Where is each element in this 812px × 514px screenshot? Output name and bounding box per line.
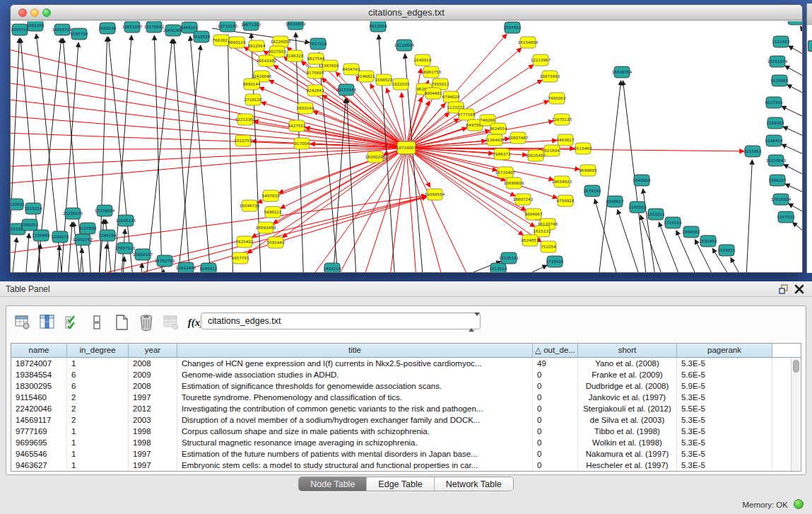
graph-node[interactable]: 18724007 xyxy=(396,141,417,154)
graph-node[interactable]: 9457791 xyxy=(232,252,249,264)
graph-node[interactable]: 14055724 xyxy=(52,24,73,35)
cell-in_degree[interactable]: 6 xyxy=(67,380,129,392)
graph-node[interactable]: 10807487 xyxy=(508,132,529,144)
cell-in_degree[interactable]: 1 xyxy=(67,426,129,437)
table-row[interactable]: 1456911722003Disruption of a novel membe… xyxy=(11,414,801,426)
cell-title[interactable]: Changes of HCN gene expression and I(f) … xyxy=(177,358,533,369)
network-window[interactable]: citations_edges.txt 20557251881306140557… xyxy=(10,4,803,273)
graph-node[interactable]: 7857224 xyxy=(310,38,327,49)
graph-node[interactable]: 6794028 xyxy=(442,91,460,103)
graph-node[interactable]: 18807243 xyxy=(513,194,534,205)
graph-node[interactable]: 9197588 xyxy=(79,223,97,234)
cell-in_degree[interactable]: 1 xyxy=(67,358,129,369)
graph-node[interactable]: 8813054 xyxy=(370,21,387,32)
graph-node[interactable]: 20206576 xyxy=(63,208,83,219)
cell-pagerank[interactable]: 5.3E-5 xyxy=(677,392,772,403)
float-panel-icon[interactable] xyxy=(778,284,789,295)
cell-out_de[interactable]: 0 xyxy=(533,403,578,414)
cell-title[interactable]: Investigating the contribution of common… xyxy=(177,403,533,414)
cell-name[interactable]: 9465546 xyxy=(11,448,67,460)
graph-node[interactable]: 3624554 xyxy=(490,123,507,134)
cell-out_de[interactable]: 49 xyxy=(533,358,578,369)
cell-year[interactable]: 2003 xyxy=(129,414,177,426)
graph-node[interactable]: 10719185 xyxy=(218,21,238,32)
import-table-icon[interactable] xyxy=(162,313,180,332)
cell-pagerank[interactable]: 5.9E-5 xyxy=(677,380,772,392)
graph-node[interactable]: 1513514 xyxy=(490,263,507,273)
cell-out_de[interactable]: 0 xyxy=(533,392,578,403)
graph-node[interactable]: 14671355 xyxy=(241,21,261,30)
graph-node[interactable]: 1733426 xyxy=(546,256,564,267)
column-header-out_de[interactable]: △ out_de... xyxy=(533,344,578,358)
graph-node[interactable]: 7485063 xyxy=(548,93,566,104)
cell-name[interactable]: 14569117 xyxy=(11,414,67,426)
graph-node[interactable]: 7986372 xyxy=(493,148,511,160)
table-settings-icon[interactable] xyxy=(13,313,32,332)
graph-node[interactable]: 18300295 xyxy=(365,151,386,163)
cell-name[interactable]: 9777169 xyxy=(11,426,67,437)
cell-title[interactable]: Embryonic stem cells: a model to study s… xyxy=(177,460,533,471)
graph-node[interactable]: 19384554 xyxy=(425,189,445,200)
table-row[interactable]: 946554611997Estimation of the future num… xyxy=(11,448,801,460)
cell-in_degree[interactable]: 1 xyxy=(67,437,129,448)
tab-network-table[interactable]: Network Table xyxy=(435,477,513,491)
graph-node[interactable]: 9884067 xyxy=(525,209,543,220)
graph-node[interactable]: 12213967 xyxy=(531,54,551,66)
graph-node[interactable]: 16046738 xyxy=(240,200,260,211)
cell-short[interactable]: Franke et al. (2009) xyxy=(578,369,677,380)
graph-node[interactable]: 10653287 xyxy=(122,21,143,33)
graph-node[interactable]: 19654923 xyxy=(552,176,572,187)
graph-node[interactable]: 3215953 xyxy=(744,146,762,157)
cell-title[interactable]: Corpus callosum shape and size in male p… xyxy=(177,426,533,437)
graph-node[interactable]: 1640910 xyxy=(414,54,432,66)
cell-in_degree[interactable]: 2 xyxy=(67,414,129,426)
graph-node[interactable]: 16782759 xyxy=(155,255,175,267)
graph-node[interactable]: 1209383 xyxy=(767,117,784,129)
cell-out_de[interactable]: 0 xyxy=(533,460,578,471)
cell-out_de[interactable]: 0 xyxy=(533,448,578,460)
graph-node[interactable]: 12975135 xyxy=(552,114,572,125)
graph-node[interactable]: 2803144 xyxy=(297,103,314,114)
graph-node[interactable]: 1715133 xyxy=(664,217,682,228)
graph-node[interactable]: 9115460 xyxy=(575,143,592,154)
graph-node[interactable]: 10025458 xyxy=(526,150,546,161)
table-row[interactable]: 2242004622012Investigating the contribut… xyxy=(11,403,801,414)
graph-node[interactable]: 752254 xyxy=(541,241,556,252)
graph-node[interactable]: 9155726 xyxy=(71,28,88,40)
table-row[interactable]: 969969511998Structural magnetic resonanc… xyxy=(11,437,801,448)
column-header-in_degree[interactable]: in_degree xyxy=(67,344,129,358)
graph-node[interactable]: 1112453 xyxy=(772,36,790,47)
cell-in_degree[interactable]: 6 xyxy=(67,369,129,380)
cell-pagerank[interactable]: 5.3E-5 xyxy=(677,358,772,369)
graph-node[interactable]: 2069140 xyxy=(99,23,117,34)
graph-node[interactable]: 12213363 xyxy=(235,114,256,125)
cell-in_degree[interactable]: 2 xyxy=(67,403,129,414)
graph-node[interactable]: 1024501 xyxy=(718,245,736,256)
network-graph[interactable]: 2055725188130614055724915572620691401065… xyxy=(11,21,802,273)
table-row[interactable]: 911546021997Tourette syndrome. Phenomeno… xyxy=(11,392,801,403)
table-network-select[interactable]: citations_edges.txt xyxy=(201,313,481,329)
graph-node[interactable]: 19218596 xyxy=(394,40,415,51)
graph-node[interactable]: 1167533 xyxy=(777,211,795,223)
graph-node[interactable]: 2620650 xyxy=(11,199,25,210)
cell-pagerank[interactable]: 5.3E-5 xyxy=(677,460,772,471)
cell-name[interactable]: 22420046 xyxy=(11,403,67,414)
graph-node[interactable]: 9860128 xyxy=(228,37,246,48)
graph-node[interactable]: 8099617 xyxy=(606,196,624,207)
graph-node[interactable]: 1640954 xyxy=(633,175,651,186)
graph-node[interactable]: 16648784 xyxy=(612,66,632,78)
cell-short[interactable]: Yano et al. (2008) xyxy=(578,358,677,369)
cell-out_de[interactable]: 0 xyxy=(533,414,578,426)
graph-node[interactable]: 8454743 xyxy=(343,64,360,75)
graph-node[interactable]: 16210643 xyxy=(766,155,787,166)
row-height-icon[interactable] xyxy=(88,313,106,332)
graph-node[interactable]: 2687682 xyxy=(504,22,522,33)
graph-node[interactable]: 1841304 xyxy=(787,21,802,25)
column-header-pagerank[interactable]: pagerank xyxy=(677,344,772,358)
cell-name[interactable]: 9115460 xyxy=(11,392,67,403)
graph-node[interactable]: 9129966 xyxy=(771,75,789,86)
cell-title[interactable]: Tourette syndrome. Phenomenology and cla… xyxy=(177,392,533,403)
graph-node[interactable]: 1679193 xyxy=(584,185,601,197)
cell-short[interactable]: Tibbo et al. (1998) xyxy=(578,426,677,437)
cell-short[interactable]: de Silva et al. (2003) xyxy=(578,414,677,426)
